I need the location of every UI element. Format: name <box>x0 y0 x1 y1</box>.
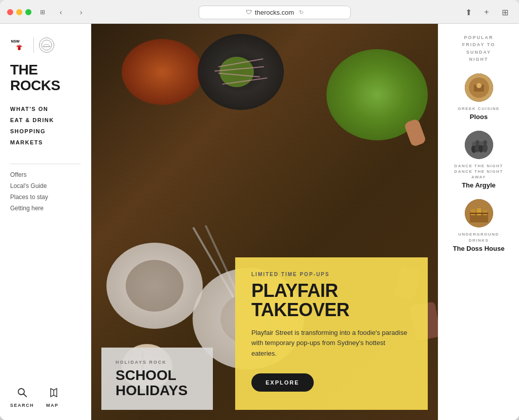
food-onion-strips <box>203 44 279 105</box>
card-playfair-takeover: LIMITED TIME POP-UPS PLAYFAIR TAKEOVER P… <box>235 257 428 410</box>
panel-item-doss-image <box>465 199 493 227</box>
nav-getting-here[interactable]: Getting here <box>10 205 81 212</box>
explore-button[interactable]: EXPLORE <box>251 373 314 392</box>
school-holidays-tag: HOLIDAYS ROCK <box>116 360 199 365</box>
playfair-tag: LIMITED TIME POP-UPS <box>251 272 412 277</box>
right-panel: POPULARFRIDAY TOSUNDAYNIGHT GREEK CUISIN… <box>438 24 519 420</box>
school-holidays-title: SCHOOL HOLIDAYS <box>116 368 199 398</box>
traffic-lights <box>7 9 31 15</box>
url-text: therocks.com <box>255 9 294 16</box>
food-bowl-soup <box>122 39 203 105</box>
minimize-button[interactable] <box>16 9 22 15</box>
dance-category: DANCE THE NIGHTDANCE THE NIGHT AWAY <box>447 163 511 180</box>
logo-area: NSW <box>10 36 81 54</box>
maximize-button[interactable] <box>25 9 31 15</box>
website-content: NSW <box>0 24 519 420</box>
argyle-name: The Argyle <box>447 181 511 189</box>
underground-thumbnail <box>465 199 493 227</box>
svg-rect-28 <box>477 208 481 215</box>
panel-item-greek[interactable]: GREEK CUISINE Ploos <box>447 73 511 121</box>
nav-locals-guide[interactable]: Local's Guide <box>10 182 81 189</box>
nav-shopping[interactable]: SHOPPING <box>10 128 81 134</box>
playfair-title: PLAYFAIR TAKEOVER <box>251 281 412 320</box>
window-layout-icon[interactable]: ⊞ <box>38 7 48 17</box>
sub-navigation: Offers Local's Guide Places to stay Gett… <box>10 171 81 216</box>
svg-line-10 <box>23 394 26 397</box>
nav-places-to-stay[interactable]: Places to stay <box>10 194 81 201</box>
browser-actions: ⬆ + ⊞ <box>461 5 512 19</box>
svg-rect-26 <box>470 214 488 222</box>
nav-markets[interactable]: MARKETS <box>10 139 81 145</box>
food-bowl-guacamole <box>326 49 428 140</box>
search-tool[interactable]: SEARCH <box>10 387 34 408</box>
back-button[interactable]: ‹ <box>54 5 68 19</box>
visit-sydney-icon <box>39 37 54 53</box>
svg-point-23 <box>479 141 483 145</box>
panel-item-argyle-image <box>465 131 493 159</box>
reload-icon: ↻ <box>299 9 304 16</box>
panel-item-argyle[interactable]: DANCE THE NIGHTDANCE THE NIGHT AWAY The … <box>447 131 511 189</box>
dance-thumbnail <box>465 131 493 159</box>
search-label: SEARCH <box>10 403 34 408</box>
map-tool[interactable]: MAP <box>46 387 59 408</box>
panel-item-doss-house[interactable]: UNDERGROUNDDRINKS The Doss House <box>447 199 511 252</box>
browser-chrome: ⊞ ‹ › 🛡 therocks.com ↻ ⬆ + ⊞ <box>0 0 519 24</box>
forward-button[interactable]: › <box>74 5 88 19</box>
card-school-holidays: HOLIDAYS ROCK SCHOOL HOLIDAYS <box>101 348 213 410</box>
nav-whats-on[interactable]: WHAT'S ON <box>10 106 81 112</box>
panel-item-greek-image <box>465 73 493 102</box>
nav-offers[interactable]: Offers <box>10 171 81 178</box>
main-content: HOLIDAYS ROCK SCHOOL HOLIDAYS LIMITED TI… <box>91 24 438 420</box>
svg-rect-27 <box>471 209 475 215</box>
site-title: THE ROCKS <box>10 62 81 94</box>
search-icon <box>17 387 28 401</box>
share-button[interactable]: ⬆ <box>461 5 475 19</box>
playfair-description: Playfair Street is transforming into a f… <box>251 328 412 359</box>
nav-divider <box>10 164 81 164</box>
nav-eat-drink[interactable]: EAT & DRINK <box>10 117 81 123</box>
svg-point-20 <box>483 143 488 152</box>
address-bar[interactable]: 🛡 therocks.com ↻ <box>199 6 351 19</box>
svg-point-22 <box>475 140 479 144</box>
greek-category: GREEK CUISINE <box>447 106 511 111</box>
greek-cuisine-thumbnail <box>465 73 493 102</box>
sidebar-tools: SEARCH MAP <box>10 381 81 408</box>
cards-container: HOLIDAYS ROCK SCHOOL HOLIDAYS LIMITED TI… <box>91 257 438 420</box>
greek-name: Ploos <box>447 113 511 121</box>
map-label: MAP <box>46 403 59 408</box>
underground-category: UNDERGROUNDDRINKS <box>447 232 511 243</box>
svg-point-1 <box>18 48 20 50</box>
site-title-text: THE ROCKS <box>10 62 81 94</box>
logo-divider <box>33 37 34 53</box>
panel-heading: POPULARFRIDAY TOSUNDAYNIGHT <box>447 34 511 63</box>
panel-heading-text: POPULARFRIDAY TOSUNDAYNIGHT <box>462 35 495 62</box>
svg-point-7 <box>42 40 52 50</box>
svg-point-21 <box>472 142 476 146</box>
browser-window: ⊞ ‹ › 🛡 therocks.com ↻ ⬆ + ⊞ <box>0 0 519 420</box>
close-button[interactable] <box>7 9 13 15</box>
svg-point-15 <box>476 83 481 88</box>
svg-text:NSW: NSW <box>11 39 20 44</box>
sidebar: NSW <box>0 24 91 420</box>
new-tab-button[interactable]: + <box>479 5 494 19</box>
doss-house-name: The Doss House <box>447 245 511 252</box>
shield-icon: 🛡 <box>246 9 252 16</box>
svg-point-24 <box>483 140 487 144</box>
main-navigation: WHAT'S ON EAT & DRINK SHOPPING MARKETS <box>10 106 81 150</box>
map-icon <box>47 387 58 401</box>
nsw-logo: NSW <box>10 36 28 54</box>
grid-view-button[interactable]: ⊞ <box>498 5 512 19</box>
